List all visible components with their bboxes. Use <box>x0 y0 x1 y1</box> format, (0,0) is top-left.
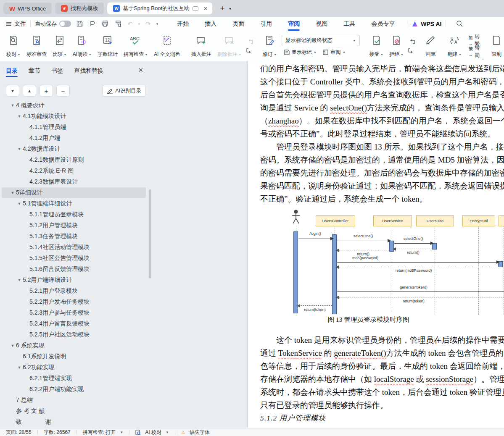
ai-proof-status[interactable]: AI 校对 <box>145 429 161 436</box>
outline-item[interactable]: 参 考 文 献 <box>2 406 146 417</box>
outline-item[interactable]: 6.2.2用户端功能实现 <box>2 384 146 395</box>
sidebar-close-icon[interactable]: ✕ <box>138 66 143 74</box>
tab-wps-office[interactable]: W WPS Office <box>3 3 52 14</box>
collapse-arrow-icon[interactable]: ▼ <box>9 344 16 348</box>
spellcheck-dropdown-icon[interactable]: ▼ <box>120 431 123 434</box>
ai-read-button[interactable]: AI朗读▼ <box>70 33 95 59</box>
missing-font-warning[interactable]: 缺失字体 <box>190 429 210 436</box>
outline-item[interactable]: 5.1.4社区活动管理模块 <box>2 242 146 253</box>
word-count-indicator[interactable]: 字数: 26567 <box>44 429 71 436</box>
collapse-arrow-icon[interactable]: ▼ <box>16 114 23 118</box>
menu-view[interactable]: 视图 <box>308 17 335 31</box>
outline-item[interactable]: 5.2.1用户登录模块 <box>2 286 146 297</box>
file-menu[interactable]: 文件 <box>6 20 26 28</box>
outline-item[interactable]: ▼4 概要设计 <box>2 103 146 111</box>
markup-state-select[interactable]: 显示标记的最终状态 ▼ <box>282 35 360 46</box>
expand-down-button[interactable]: ▾ <box>6 85 19 97</box>
sidebar-scrollbar[interactable] <box>149 189 151 278</box>
tab-close-icon[interactable]: ✕ <box>202 5 209 12</box>
outline-item[interactable]: 5.1.6留言反馈管理模块 <box>2 264 146 275</box>
outline-item[interactable]: 5.1.2用户管理模块 <box>2 220 146 231</box>
previous-revision-icon[interactable] <box>408 39 415 45</box>
proofread-button[interactable]: 校对▼ <box>3 33 24 59</box>
insert-comment-button[interactable]: 插入批注 <box>188 33 214 59</box>
outline-item[interactable]: ▼5.1管理端详细设计 <box>2 198 146 209</box>
outline-item[interactable]: ▼6.2功能实现 <box>2 362 146 373</box>
outline-item[interactable]: 5.1.5社区公告管理模块 <box>2 253 146 264</box>
spell-check-button[interactable]: ABC 拼写检查▼ <box>121 33 151 59</box>
outline-item[interactable]: 5.2.4用户留言反馈模块 <box>2 318 146 329</box>
outline-item[interactable]: 5.1.3任务管理模块 <box>2 231 146 242</box>
print-preview-icon[interactable] <box>114 20 122 27</box>
next-comment-icon[interactable] <box>246 48 253 53</box>
page-indicator[interactable]: 页面: 28/55 <box>6 429 32 436</box>
word-count-button[interactable]: 12 字数统计 <box>95 33 121 59</box>
restrict-edit-button[interactable]: 限制 <box>488 33 504 59</box>
outline-item[interactable]: 7 总结 <box>2 395 146 406</box>
outline-item[interactable]: 4.2.3数据库表设计 <box>2 176 146 187</box>
menu-page[interactable]: 页面 <box>224 17 252 31</box>
menu-reference[interactable]: 引用 <box>252 17 280 31</box>
menu-home[interactable]: 开始 <box>169 17 197 31</box>
outline-item[interactable]: ▼4.1功能模块设计 <box>2 111 146 122</box>
traditional-to-simplified-button[interactable]: 繁→ 转简 <box>466 47 482 57</box>
tab-chapters[interactable]: 章节 <box>29 65 40 77</box>
next-revision-icon[interactable] <box>408 48 415 53</box>
outline-item[interactable]: 5.2.2用户发布任务模块 <box>2 297 146 307</box>
revision-button[interactable]: 修订▼ <box>260 33 280 59</box>
ai-polish-button[interactable]: AI 全文润色 <box>151 33 183 59</box>
outline-item[interactable]: 5.2.5用户社区活动模块 <box>2 329 146 340</box>
tab-find-replace[interactable]: 查找和替换 <box>74 65 103 77</box>
wps-ai-button[interactable]: WPS AI <box>412 21 441 27</box>
menu-insert[interactable]: 插入 <box>197 17 224 31</box>
outline-item[interactable]: 4.2.1数据库设计原则 <box>2 155 146 165</box>
search-icon[interactable] <box>456 20 463 27</box>
show-markup-button[interactable]: 显示标记▼ <box>282 47 319 57</box>
quickbar-dropdown-icon[interactable]: ▾ <box>156 22 158 26</box>
accept-revision-button[interactable]: 接受▼ <box>367 33 387 59</box>
expand-all-button[interactable]: + <box>40 85 53 97</box>
pen-button[interactable]: 画笔 <box>422 33 439 59</box>
outline-item[interactable]: 6.1系统开发说明 <box>2 351 146 362</box>
collapse-arrow-icon[interactable]: ▼ <box>9 191 16 195</box>
document-page[interactable]: 们的用户名和密码。管理员输入完毕后，前端会将这些信息发送到后端的/login 这… <box>247 61 504 428</box>
print-icon[interactable] <box>101 20 109 27</box>
tab-bookmarks[interactable]: 书签 <box>51 65 63 77</box>
simplified-to-traditional-button[interactable]: 简→ 转繁 <box>466 35 482 45</box>
ai-recognize-toc-button[interactable]: AI识别目录 <box>102 85 146 97</box>
save-icon[interactable] <box>76 20 83 27</box>
tab-contents[interactable]: 目录 <box>6 65 18 77</box>
menu-tools[interactable]: 工具 <box>335 17 363 31</box>
tab-list-dropdown-icon[interactable]: ▾ <box>229 6 231 11</box>
spellcheck-status[interactable]: 拼写检查: 打开 <box>83 429 116 436</box>
outline-item[interactable]: 5.2.3用户参与任务模块 <box>2 307 146 318</box>
outline-item[interactable]: 6.2.1管理端实现 <box>2 373 146 384</box>
autosave-control[interactable]: 自动保存 <box>35 20 71 28</box>
compare-button[interactable]: 比较▼ <box>50 33 70 59</box>
tab-document[interactable]: W 基于Spring Boot的社区互助 ✕ <box>107 3 212 14</box>
translate-button[interactable]: 文A 翻译▼ <box>444 33 464 59</box>
collapse-arrow-icon[interactable]: ▼ <box>16 147 23 151</box>
standard-review-button[interactable]: 标准审查 <box>24 33 50 59</box>
group-expand-icon[interactable]: ⌟ <box>482 56 483 60</box>
menu-member[interactable]: 会员专享 <box>363 17 403 31</box>
outline-item[interactable]: 4.1.2用户端 <box>2 133 146 144</box>
export-pdf-icon[interactable] <box>89 20 96 27</box>
outline-item[interactable]: 5.1.1管理员登录模块 <box>2 209 146 220</box>
reject-revision-button[interactable]: 拒绝▼ <box>386 33 406 59</box>
outline-item[interactable]: ▼4.2数据库设计 <box>2 144 146 155</box>
review-pane-button[interactable]: 审阅▼ <box>320 47 348 57</box>
outline-item[interactable]: 致 谢 <box>2 417 146 428</box>
new-tab-button[interactable]: + <box>217 4 227 13</box>
menu-review[interactable]: 审阅 <box>280 17 308 31</box>
collapse-up-button[interactable]: ▴ <box>23 85 36 97</box>
collapse-arrow-icon[interactable]: ▼ <box>16 202 23 206</box>
collapse-arrow-icon[interactable]: ▼ <box>9 103 16 108</box>
outline-item[interactable]: 4.2.2系统 E-R 图 <box>2 165 146 176</box>
autosave-toggle[interactable] <box>59 21 71 27</box>
collapse-arrow-icon[interactable]: ▼ <box>16 365 23 370</box>
ai-proof-dropdown-icon[interactable]: ▼ <box>166 431 169 434</box>
outline-item[interactable]: ▼6 系统实现 <box>2 340 146 351</box>
tab-docer-templates[interactable]: ❦ 找稻壳模板 <box>55 3 104 14</box>
collapse-arrow-icon[interactable]: ▼ <box>16 278 23 282</box>
